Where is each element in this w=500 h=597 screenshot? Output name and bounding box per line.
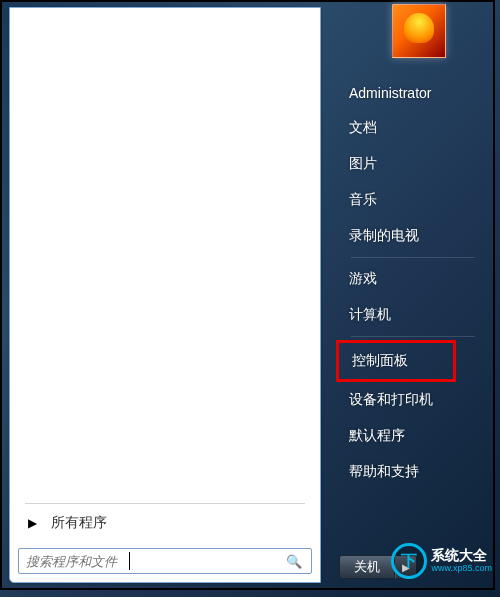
right-panel: Administrator 文档 图片 音乐 录制的电视 游戏 计算机 控制面板… bbox=[321, 2, 493, 588]
music-item[interactable]: 音乐 bbox=[339, 182, 493, 218]
text-cursor bbox=[129, 552, 130, 570]
recent-programs-list bbox=[13, 11, 317, 500]
separator bbox=[351, 336, 475, 337]
watermark: 下 系统大全 www.xp85.com bbox=[391, 543, 492, 579]
watermark-logo-icon: 下 bbox=[391, 543, 427, 579]
help-support-item[interactable]: 帮助和支持 bbox=[339, 454, 493, 490]
all-programs-button[interactable]: ▶ 所有程序 bbox=[10, 504, 320, 542]
watermark-url: www.xp85.com bbox=[431, 564, 492, 574]
recorded-tv-item[interactable]: 录制的电视 bbox=[339, 218, 493, 254]
watermark-text: 系统大全 www.xp85.com bbox=[431, 548, 492, 573]
watermark-name: 系统大全 bbox=[431, 548, 492, 563]
start-menu: ▶ 所有程序 🔍 Administrator 文档 图片 音乐 录制的电视 游戏… bbox=[0, 0, 495, 590]
shutdown-button[interactable]: 关机 bbox=[339, 555, 395, 579]
search-input[interactable] bbox=[24, 552, 282, 571]
computer-item[interactable]: 计算机 bbox=[339, 297, 493, 333]
right-menu-list: Administrator 文档 图片 音乐 录制的电视 游戏 计算机 控制面板… bbox=[321, 66, 493, 490]
account-name-item[interactable]: Administrator bbox=[339, 76, 493, 110]
default-programs-item[interactable]: 默认程序 bbox=[339, 418, 493, 454]
devices-printers-item[interactable]: 设备和打印机 bbox=[339, 382, 493, 418]
documents-item[interactable]: 文档 bbox=[339, 110, 493, 146]
games-item[interactable]: 游戏 bbox=[339, 261, 493, 297]
separator bbox=[351, 257, 475, 258]
left-panel: ▶ 所有程序 🔍 bbox=[9, 7, 321, 583]
all-programs-label: 所有程序 bbox=[51, 514, 107, 532]
control-panel-item[interactable]: 控制面板 bbox=[336, 340, 456, 382]
search-icon: 🔍 bbox=[282, 554, 306, 569]
pictures-item[interactable]: 图片 bbox=[339, 146, 493, 182]
search-box[interactable]: 🔍 bbox=[18, 548, 312, 574]
user-avatar[interactable] bbox=[392, 4, 446, 58]
arrow-right-icon: ▶ bbox=[28, 516, 37, 530]
